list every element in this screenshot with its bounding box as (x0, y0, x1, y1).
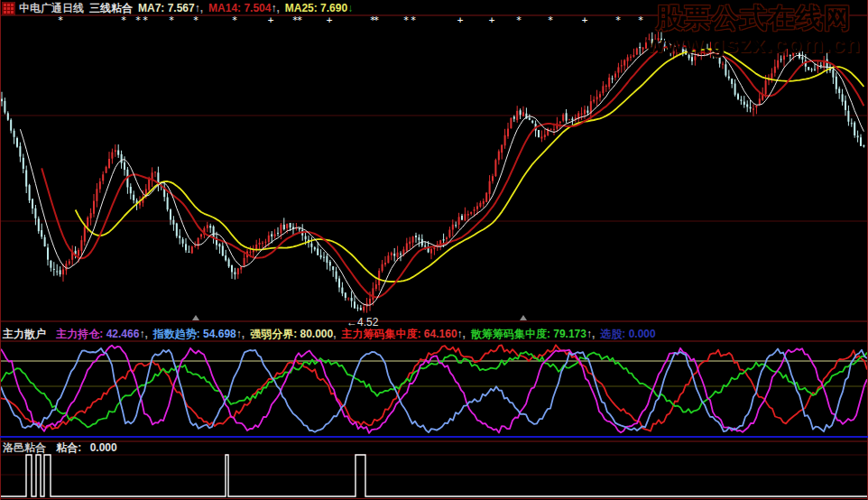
indicator-readout: 主力筹码集中度: 64.160↑, (342, 328, 466, 340)
signal-marker-icon: * (297, 14, 303, 26)
indicator-title: 三线粘合 (89, 1, 133, 16)
indicator-readout: 指数趋势: 54.698↑, (153, 328, 245, 340)
ma-readout: MA25: 7.690↓ (285, 2, 353, 14)
ma-readouts: MA7: 7.567↑,MA14: 7.504↑,MA25: 7.690↓ (138, 2, 358, 14)
signal-marker-icon: * (232, 14, 238, 26)
ma7-line (20, 42, 863, 305)
indicator-readout: 散筹筹码集中度: 79.173↑, (471, 328, 595, 340)
oscillator-line (1, 346, 867, 433)
signal-marker-icon: + (457, 14, 464, 26)
header-bar: 中电广通日线 三线粘合 MA7: 7.567↑,MA14: 7.504↑,MA2… (2, 1, 358, 15)
indicator-readout: 强弱分界: 80.000, (250, 328, 336, 340)
signal-marker-icon: * (516, 14, 522, 26)
panel3-indicator-label: 粘合: (56, 441, 81, 454)
panel-splitter-handle-icon[interactable] (192, 315, 199, 320)
panel3-header: 洛邑粘合 粘合: 0.000 (3, 440, 117, 456)
watermark-site-url: www.gszx.com.cn (646, 32, 861, 57)
pulse-signal-line (1, 455, 867, 496)
watermark: 股票公式在线网 www.gszx.com.cn (646, 4, 861, 57)
watermark-site-name: 股票公式在线网 (646, 4, 861, 32)
signal-marker-icon: * (121, 14, 127, 26)
ma-readout: MA7: 7.567↑, (138, 2, 203, 14)
signal-marker-icon: * (615, 14, 622, 26)
signal-marker-icon: * (374, 14, 380, 26)
signal-marker-icon: * (135, 14, 142, 26)
signal-marker-icon: + (489, 14, 495, 26)
signal-marker-icon: * (411, 14, 417, 26)
candlestick-layer (1, 32, 864, 312)
chart-canvas[interactable]: *******+**+****++**+** (0, 0, 868, 500)
signal-marker-icon: * (193, 14, 199, 26)
signal-marker-icon: + (582, 14, 588, 26)
signal-marker-icon: + (327, 14, 333, 26)
panel-splitter-handle-icon[interactable] (520, 315, 527, 320)
signal-marker-icon: * (638, 14, 644, 26)
panel2-header: 主力散户 主力持仓: 42.466↑,指数趋势: 54.698↑,强弱分界: 8… (3, 327, 661, 342)
oscillator-line (1, 345, 867, 431)
signal-marker-icon: * (403, 14, 410, 26)
signal-marker-icon: * (143, 14, 149, 26)
ma25-line (76, 49, 864, 282)
ma-readout: MA14: 7.504↑, (208, 2, 280, 14)
signal-marker-icon: + (268, 14, 274, 26)
indicator-readout: 选股: 0.000 (600, 328, 655, 340)
oscillator-layer (1, 345, 867, 433)
panel2-title: 主力散户 (3, 328, 46, 340)
signal-marker-icon: * (169, 14, 175, 26)
signal-marker-icon: * (548, 14, 554, 26)
panel3-indicator-value: 0.000 (90, 441, 117, 454)
stock-chart-window: *******+**+****++**+** 中电广通日线 三线粘合 MA7: … (0, 0, 868, 500)
panel3-title: 洛邑粘合 (3, 441, 46, 454)
app-icon[interactable] (2, 2, 15, 15)
panel2-indicator-readouts: 主力持仓: 42.466↑,指数趋势: 54.698↑,强弱分界: 80.000… (56, 328, 660, 340)
signal-marker-icon: * (58, 14, 64, 26)
indicator-readout: 主力持仓: 42.466↑, (56, 328, 147, 340)
stock-title: 中电广通日线 (19, 1, 84, 16)
